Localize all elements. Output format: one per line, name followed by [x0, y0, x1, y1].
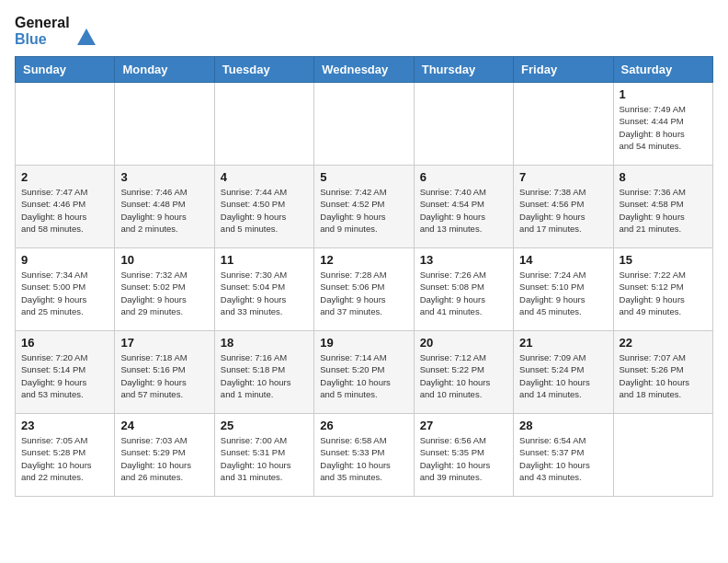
- day-info: Sunrise: 7:22 AM Sunset: 5:12 PM Dayligh…: [620, 269, 707, 317]
- day-number: 9: [21, 253, 108, 267]
- day-number: 13: [420, 253, 507, 267]
- weekday-header-wednesday: Wednesday: [314, 57, 414, 83]
- calendar-cell: 15Sunrise: 7:22 AM Sunset: 5:12 PM Dayli…: [613, 248, 712, 331]
- calendar-cell: 28Sunrise: 6:54 AM Sunset: 5:37 PM Dayli…: [514, 414, 613, 497]
- calendar-cell: [314, 83, 414, 166]
- day-number: 11: [221, 253, 308, 267]
- calendar-cell: 4Sunrise: 7:44 AM Sunset: 4:50 PM Daylig…: [214, 166, 313, 248]
- calendar-cell: 18Sunrise: 7:16 AM Sunset: 5:18 PM Dayli…: [214, 331, 313, 414]
- calendar-week-2: 2Sunrise: 7:47 AM Sunset: 4:46 PM Daylig…: [16, 166, 713, 248]
- calendar-cell: 2Sunrise: 7:47 AM Sunset: 4:46 PM Daylig…: [16, 166, 115, 248]
- calendar-cell: 11Sunrise: 7:30 AM Sunset: 5:04 PM Dayli…: [214, 248, 313, 331]
- day-number: 15: [620, 253, 707, 267]
- calendar-cell: [514, 83, 613, 166]
- day-number: 7: [519, 170, 607, 184]
- calendar-week-5: 23Sunrise: 7:05 AM Sunset: 5:28 PM Dayli…: [16, 414, 713, 497]
- day-info: Sunrise: 7:26 AM Sunset: 5:08 PM Dayligh…: [420, 269, 507, 317]
- weekday-header-tuesday: Tuesday: [214, 57, 313, 83]
- calendar-cell: 23Sunrise: 7:05 AM Sunset: 5:28 PM Dayli…: [16, 414, 115, 497]
- calendar-cell: 3Sunrise: 7:46 AM Sunset: 4:48 PM Daylig…: [115, 166, 214, 248]
- day-info: Sunrise: 6:58 AM Sunset: 5:33 PM Dayligh…: [320, 434, 407, 483]
- day-info: Sunrise: 7:03 AM Sunset: 5:29 PM Dayligh…: [120, 434, 208, 483]
- day-info: Sunrise: 7:46 AM Sunset: 4:48 PM Dayligh…: [120, 186, 208, 235]
- day-info: Sunrise: 6:54 AM Sunset: 5:37 PM Dayligh…: [519, 434, 607, 483]
- calendar-cell: [613, 414, 712, 497]
- day-number: 28: [519, 419, 607, 432]
- day-number: 24: [120, 419, 208, 432]
- calendar-table: SundayMondayTuesdayWednesdayThursdayFrid…: [15, 56, 713, 497]
- day-info: Sunrise: 7:34 AM Sunset: 5:00 PM Dayligh…: [21, 269, 108, 317]
- day-info: Sunrise: 7:00 AM Sunset: 5:31 PM Dayligh…: [221, 434, 308, 483]
- day-info: Sunrise: 7:47 AM Sunset: 4:46 PM Dayligh…: [21, 186, 108, 235]
- calendar-cell: 21Sunrise: 7:09 AM Sunset: 5:24 PM Dayli…: [514, 331, 613, 414]
- calendar-cell: 17Sunrise: 7:18 AM Sunset: 5:16 PM Dayli…: [115, 331, 214, 414]
- calendar-cell: 26Sunrise: 6:58 AM Sunset: 5:33 PM Dayli…: [314, 414, 414, 497]
- calendar-cell: 25Sunrise: 7:00 AM Sunset: 5:31 PM Dayli…: [214, 414, 313, 497]
- day-number: 25: [221, 419, 308, 432]
- weekday-header-thursday: Thursday: [414, 57, 513, 83]
- logo: General Blue: [15, 15, 96, 47]
- day-info: Sunrise: 7:09 AM Sunset: 5:24 PM Dayligh…: [519, 351, 607, 400]
- day-info: Sunrise: 7:36 AM Sunset: 4:58 PM Dayligh…: [620, 186, 707, 235]
- day-number: 2: [21, 170, 108, 184]
- calendar-cell: [115, 83, 214, 166]
- logo-wrapper: General Blue: [15, 15, 96, 47]
- calendar-week-4: 16Sunrise: 7:20 AM Sunset: 5:14 PM Dayli…: [16, 331, 713, 414]
- day-number: 5: [320, 170, 407, 184]
- logo-blue: Blue: [15, 31, 70, 48]
- day-info: Sunrise: 7:44 AM Sunset: 4:50 PM Dayligh…: [221, 186, 308, 235]
- day-number: 12: [320, 253, 407, 267]
- day-number: 22: [620, 336, 707, 350]
- day-info: Sunrise: 7:16 AM Sunset: 5:18 PM Dayligh…: [221, 351, 308, 400]
- calendar-cell: 13Sunrise: 7:26 AM Sunset: 5:08 PM Dayli…: [414, 248, 513, 331]
- calendar-cell: 14Sunrise: 7:24 AM Sunset: 5:10 PM Dayli…: [514, 248, 613, 331]
- calendar-cell: 27Sunrise: 6:56 AM Sunset: 5:35 PM Dayli…: [414, 414, 513, 497]
- page-header: General Blue: [15, 15, 713, 47]
- day-info: Sunrise: 7:40 AM Sunset: 4:54 PM Dayligh…: [420, 186, 507, 235]
- day-info: Sunrise: 7:05 AM Sunset: 5:28 PM Dayligh…: [21, 434, 108, 483]
- weekday-header-friday: Friday: [514, 57, 613, 83]
- calendar-cell: 16Sunrise: 7:20 AM Sunset: 5:14 PM Dayli…: [16, 331, 115, 414]
- weekday-header-sunday: Sunday: [16, 57, 115, 83]
- day-number: 20: [420, 336, 507, 350]
- day-number: 3: [120, 170, 208, 184]
- calendar-cell: 19Sunrise: 7:14 AM Sunset: 5:20 PM Dayli…: [314, 331, 414, 414]
- logo-general: General: [15, 15, 70, 31]
- weekday-header-monday: Monday: [115, 57, 214, 83]
- calendar-cell: 5Sunrise: 7:42 AM Sunset: 4:52 PM Daylig…: [314, 166, 414, 248]
- day-info: Sunrise: 7:42 AM Sunset: 4:52 PM Dayligh…: [320, 186, 407, 235]
- calendar-cell: 22Sunrise: 7:07 AM Sunset: 5:26 PM Dayli…: [613, 331, 712, 414]
- logo-text: General Blue: [15, 15, 70, 47]
- day-number: 1: [620, 87, 707, 101]
- day-number: 17: [120, 336, 208, 350]
- day-number: 14: [519, 253, 607, 267]
- day-number: 23: [21, 419, 108, 432]
- day-info: Sunrise: 7:14 AM Sunset: 5:20 PM Dayligh…: [320, 351, 407, 400]
- weekday-header-saturday: Saturday: [613, 57, 712, 83]
- day-number: 6: [420, 170, 507, 184]
- day-number: 10: [120, 253, 208, 267]
- calendar-cell: 7Sunrise: 7:38 AM Sunset: 4:56 PM Daylig…: [514, 166, 613, 248]
- calendar-cell: 8Sunrise: 7:36 AM Sunset: 4:58 PM Daylig…: [613, 166, 712, 248]
- calendar-cell: 6Sunrise: 7:40 AM Sunset: 4:54 PM Daylig…: [414, 166, 513, 248]
- day-info: Sunrise: 7:28 AM Sunset: 5:06 PM Dayligh…: [320, 269, 407, 317]
- calendar-week-3: 9Sunrise: 7:34 AM Sunset: 5:00 PM Daylig…: [16, 248, 713, 331]
- day-info: Sunrise: 7:20 AM Sunset: 5:14 PM Dayligh…: [21, 351, 108, 400]
- day-info: Sunrise: 7:24 AM Sunset: 5:10 PM Dayligh…: [519, 269, 607, 317]
- day-number: 8: [620, 170, 707, 184]
- day-number: 21: [519, 336, 607, 350]
- day-number: 4: [221, 170, 308, 184]
- day-info: Sunrise: 7:30 AM Sunset: 5:04 PM Dayligh…: [221, 269, 308, 317]
- calendar-cell: 20Sunrise: 7:12 AM Sunset: 5:22 PM Dayli…: [414, 331, 513, 414]
- day-info: Sunrise: 7:32 AM Sunset: 5:02 PM Dayligh…: [120, 269, 208, 317]
- calendar-cell: 24Sunrise: 7:03 AM Sunset: 5:29 PM Dayli…: [115, 414, 214, 497]
- day-number: 19: [320, 336, 407, 350]
- calendar-cell: 1Sunrise: 7:49 AM Sunset: 4:44 PM Daylig…: [613, 83, 712, 166]
- day-info: Sunrise: 7:18 AM Sunset: 5:16 PM Dayligh…: [120, 351, 208, 400]
- day-info: Sunrise: 7:38 AM Sunset: 4:56 PM Dayligh…: [519, 186, 607, 235]
- day-number: 26: [320, 419, 407, 432]
- weekday-header-row: SundayMondayTuesdayWednesdayThursdayFrid…: [16, 57, 713, 83]
- day-info: Sunrise: 7:07 AM Sunset: 5:26 PM Dayligh…: [620, 351, 707, 400]
- day-info: Sunrise: 7:12 AM Sunset: 5:22 PM Dayligh…: [420, 351, 507, 400]
- calendar-cell: [16, 83, 115, 166]
